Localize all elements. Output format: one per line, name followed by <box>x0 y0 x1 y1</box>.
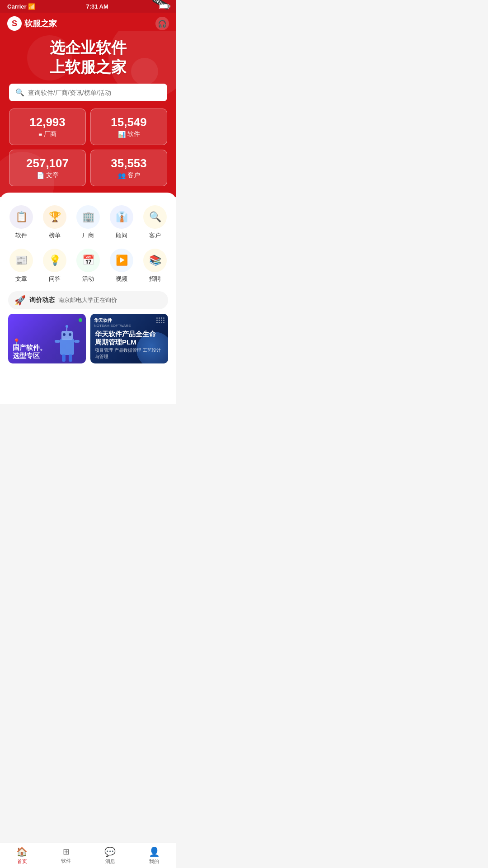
headphone-button[interactable]: 🎧 <box>155 17 169 30</box>
hero-title: 选企业软件 上软服之家 <box>9 38 167 76</box>
logo-s-icon: S <box>12 19 17 28</box>
banner-left-text: 国产软件。 选型专区 <box>8 340 86 363</box>
banner-card-domestic[interactable]: 📍 国产软件。 选型专区 <box>8 314 86 363</box>
banner-left-title: 国产软件。 选型专区 <box>13 344 81 360</box>
battery-area: DEBUG <box>159 4 169 9</box>
software-icon: 📊 <box>118 131 126 138</box>
stat-card-software[interactable]: 15,549 📊 软件 <box>90 108 167 145</box>
search-bar[interactable]: 🔍 <box>9 84 167 101</box>
headphone-icon: 🎧 <box>158 19 167 28</box>
nav-item-video[interactable]: ▶️ 视频 <box>105 245 138 287</box>
clients-icon: 👥 <box>118 172 126 179</box>
banner-right-text: 华天软件产品全生命 周期管理PLM 项目管理 产品数据管理 工艺设计与管理 <box>90 326 168 363</box>
banner-right-title: 华天软件产品全生命 周期管理PLM <box>95 330 164 346</box>
nav-icon-client: 🔍 <box>143 205 167 229</box>
content-area: 📋 软件 🏆 榜单 🏢 厂商 👔 顾问 🔍 客户 <box>0 193 176 404</box>
nav-item-recruit[interactable]: 📚 招聘 <box>138 245 172 287</box>
stat-articles-label: 📄 文章 <box>14 171 81 179</box>
stat-vendors-number: 12,993 <box>14 115 81 129</box>
banner-dots <box>156 317 164 323</box>
stat-clients-label: 👥 客户 <box>95 171 162 179</box>
nav-item-client[interactable]: 🔍 客户 <box>138 202 172 243</box>
green-dot <box>79 318 82 322</box>
stat-software-label: 📊 软件 <box>95 130 162 138</box>
nav-grid-row1: 📋 软件 🏆 榜单 🏢 厂商 👔 顾问 🔍 客户 <box>5 202 172 243</box>
nav-icon-software: 📋 <box>9 205 33 229</box>
inquiry-text: 南京邮电大学正在询价 <box>58 296 117 304</box>
status-time: 7:31 AM <box>86 3 108 10</box>
banner-right-subtitle: 项目管理 产品数据管理 工艺设计与管理 <box>95 347 164 360</box>
app-header: S 软服之家 🎧 <box>0 13 176 31</box>
stat-card-clients[interactable]: 35,553 👥 客户 <box>90 150 167 186</box>
battery-icon <box>159 4 169 9</box>
stat-clients-number: 35,553 <box>95 156 162 170</box>
nav-item-consultant[interactable]: 👔 顾问 <box>105 202 138 243</box>
inquiry-banner[interactable]: 🚀 询价动态 南京邮电大学正在询价 <box>8 291 168 309</box>
nav-icon-consultant: 👔 <box>110 205 133 229</box>
articles-icon: 📄 <box>37 172 44 179</box>
logo-text: 软服之家 <box>24 18 57 29</box>
nav-label-software: 软件 <box>15 231 27 240</box>
stat-articles-number: 257,107 <box>14 156 81 170</box>
vendors-icon: ≡ <box>38 131 42 138</box>
svg-point-2 <box>63 333 66 336</box>
nav-item-activity[interactable]: 📅 活动 <box>71 245 105 287</box>
nav-item-software[interactable]: 📋 软件 <box>5 202 38 243</box>
search-input[interactable] <box>28 89 161 96</box>
nav-label-vendor: 厂商 <box>82 231 94 240</box>
nav-label-client: 客户 <box>149 231 161 240</box>
stat-software-number: 15,549 <box>95 115 162 129</box>
rocket-icon: 🚀 <box>14 295 26 306</box>
nav-icon-activity: 📅 <box>76 249 100 272</box>
hero-section: 选企业软件 上软服之家 🔍 12,993 ≡ 厂商 15,549 📊 软件 25… <box>0 31 176 197</box>
nav-icon-qa: 💡 <box>43 249 66 272</box>
banner-card-huatian[interactable]: 华天软件 NOTEAM SOFTWARE 华天软件产品全生命 周期管理PLM 项… <box>90 314 168 363</box>
nav-icon-recruit: 📚 <box>143 249 167 272</box>
wifi-icon: 📶 <box>28 3 35 10</box>
logo-area[interactable]: S 软服之家 <box>7 16 57 31</box>
svg-rect-1 <box>61 331 73 340</box>
nav-icon-article: 📰 <box>9 249 33 272</box>
nav-label-activity: 活动 <box>82 275 94 283</box>
svg-point-3 <box>69 333 71 336</box>
nav-icon-vendor: 🏢 <box>76 205 100 229</box>
nav-label-recruit: 招聘 <box>149 275 161 283</box>
banner-logo-huatian: 华天软件 <box>94 317 112 324</box>
status-bar: Carrier 📶 7:31 AM DEBUG <box>0 0 176 13</box>
nav-icon-video: ▶️ <box>110 249 133 272</box>
nav-label-consultant: 顾问 <box>116 231 127 240</box>
nav-label-ranking: 榜单 <box>49 231 61 240</box>
stat-card-vendors[interactable]: 12,993 ≡ 厂商 <box>9 108 86 145</box>
stats-grid: 12,993 ≡ 厂商 15,549 📊 软件 257,107 📄 文章 35,… <box>9 108 167 186</box>
carrier-wifi: Carrier 📶 <box>7 3 35 10</box>
stat-card-articles[interactable]: 257,107 📄 文章 <box>9 150 86 186</box>
nav-label-video: 视频 <box>116 275 127 283</box>
inquiry-title: 询价动态 <box>29 296 55 304</box>
logo-circle: S <box>7 16 22 31</box>
search-icon: 🔍 <box>15 88 24 97</box>
nav-grid-row2: 📰 文章 💡 问答 📅 活动 ▶️ 视频 📚 招聘 <box>5 245 172 287</box>
stat-vendors-label: ≡ 厂商 <box>14 130 81 138</box>
banner-cards: 📍 国产软件。 选型专区 华天软件 NOTEAM SOFTWARE <box>8 314 168 363</box>
svg-point-5 <box>66 325 68 328</box>
nav-item-article[interactable]: 📰 文章 <box>5 245 38 287</box>
nav-item-vendor[interactable]: 🏢 厂商 <box>71 202 105 243</box>
nav-label-article: 文章 <box>15 275 27 283</box>
nav-icon-ranking: 🏆 <box>43 205 66 229</box>
nav-item-ranking[interactable]: 🏆 榜单 <box>38 202 71 243</box>
nav-label-qa: 问答 <box>49 275 61 283</box>
nav-item-qa[interactable]: 💡 问答 <box>38 245 71 287</box>
